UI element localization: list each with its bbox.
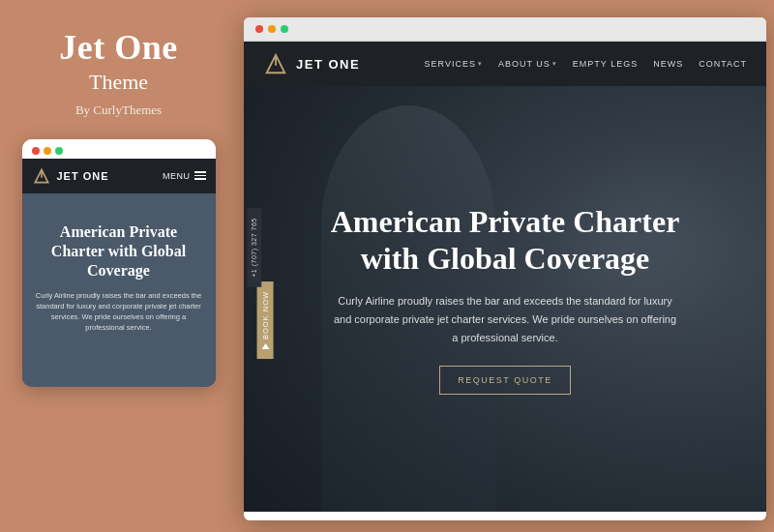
- left-panel: Jet One Theme By CurlyThemes JET ONE MEN…: [0, 0, 237, 532]
- arrow-right-icon: [261, 343, 269, 349]
- mobile-menu-button[interactable]: MENU: [163, 171, 206, 181]
- mobile-dot-green: [55, 147, 63, 155]
- hero-description: Curly Airline proudly raises the bar and…: [331, 292, 679, 346]
- nav-link-about[interactable]: ABOUT US ▾: [498, 59, 557, 69]
- theme-title: Jet One Theme: [59, 29, 177, 95]
- mobile-logo-text: JET ONE: [57, 170, 109, 182]
- mobile-logo-icon: [32, 166, 51, 186]
- mobile-hero: American Private Charter with Global Cov…: [22, 193, 216, 387]
- chevron-down-icon: ▾: [478, 60, 483, 68]
- nav-link-empty-legs[interactable]: EMPTY LEGS: [573, 59, 638, 69]
- phone-tab: +1 (707) 327 765: [247, 208, 261, 287]
- mobile-logo-area: JET ONE: [32, 166, 109, 186]
- jet-nav-links: SERVICES ▾ ABOUT US ▾ EMPTY LEGS NEWS CO…: [425, 59, 747, 69]
- chevron-down-icon: ▾: [552, 60, 557, 68]
- jet-logo-area: JET ONE: [263, 51, 360, 76]
- nav-link-news[interactable]: NEWS: [653, 59, 683, 69]
- mobile-hero-content: American Private Charter with Global Cov…: [34, 222, 204, 334]
- mobile-menu-label: MENU: [163, 171, 191, 181]
- browser-top-bar: [244, 17, 766, 42]
- phone-tab-content: +1 (707) 327 765: [247, 208, 261, 287]
- book-now-tab[interactable]: BOOK NOW: [257, 281, 274, 359]
- browser-mockup: JET ONE SERVICES ▾ ABOUT US ▾ EMPTY LEGS…: [244, 17, 766, 520]
- mobile-top-bar: [22, 139, 216, 159]
- hamburger-icon: [194, 171, 206, 180]
- jet-logo-nav-icon: [263, 51, 288, 76]
- nav-link-services[interactable]: SERVICES ▾: [425, 59, 483, 69]
- browser-dot-yellow: [268, 25, 276, 33]
- jet-nav: JET ONE SERVICES ▾ ABOUT US ▾ EMPTY LEGS…: [244, 42, 766, 86]
- hero-title: American Private Charter with Global Cov…: [302, 203, 708, 278]
- mobile-hero-text: Curly Airline proudly raises the bar and…: [34, 290, 204, 334]
- mobile-dot-yellow: [44, 147, 51, 155]
- browser-dot-red: [255, 25, 263, 33]
- nav-link-contact[interactable]: CONTACT: [699, 59, 747, 69]
- hero-content: American Private Charter with Global Cov…: [244, 203, 766, 396]
- jet-logo-nav-text: JET ONE: [296, 57, 360, 72]
- jet-hero: BOOK NOW +1 (707) 327 765 American Priva…: [244, 86, 766, 512]
- mobile-nav: JET ONE MENU: [22, 159, 216, 193]
- mobile-mockup: JET ONE MENU American Private Charter wi…: [22, 139, 216, 387]
- theme-author: By CurlyThemes: [75, 103, 162, 118]
- browser-dot-green: [281, 25, 288, 33]
- mobile-hero-title: American Private Charter with Global Cov…: [34, 222, 204, 281]
- mobile-dot-red: [32, 147, 40, 155]
- request-quote-button[interactable]: REQUEST QUOTE: [439, 366, 570, 395]
- hero-side-tabs: BOOK NOW: [257, 281, 274, 359]
